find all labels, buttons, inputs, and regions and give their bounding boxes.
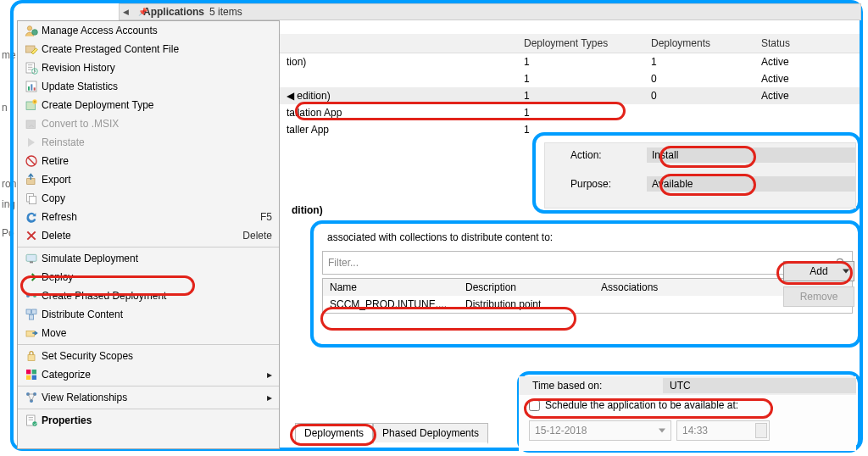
menu-categorize[interactable]: Categorize▸ <box>18 365 279 384</box>
cell-deployments: 1 <box>644 53 754 71</box>
create-icon <box>21 98 42 112</box>
categorize-icon <box>21 368 42 381</box>
breadcrumb-header: 📌 Applications 5 items <box>119 3 861 20</box>
page-count: 5 items <box>209 6 242 18</box>
retire-icon <box>21 154 42 168</box>
distribute-icon <box>21 308 42 321</box>
menu-distribute-content[interactable]: Distribute Content <box>18 305 279 324</box>
col-blank[interactable] <box>280 34 517 53</box>
cell-deptypes: 1 <box>517 121 644 138</box>
menu-reinstate: Reinstate <box>18 133 279 152</box>
svg-rect-11 <box>26 120 36 128</box>
cell-status: Active <box>754 53 860 71</box>
purpose-label: Purpose: <box>545 178 647 190</box>
svg-rect-33 <box>32 375 36 380</box>
table-row[interactable]: tion)11Active <box>280 53 860 71</box>
svg-rect-20 <box>26 254 36 261</box>
date-input[interactable]: 15-12-2018 <box>529 420 671 441</box>
svg-rect-31 <box>32 370 36 374</box>
col-deptypes[interactable]: Deployment Types <box>517 34 644 53</box>
menu-revision-history[interactable]: Revision History <box>18 58 279 77</box>
col-status[interactable]: Status <box>754 34 860 53</box>
svg-rect-32 <box>26 375 31 380</box>
svg-rect-17 <box>29 196 36 203</box>
delete-icon <box>21 229 42 242</box>
relations-icon <box>21 391 42 404</box>
reinstate-icon <box>21 136 42 149</box>
menu-update-statistics[interactable]: Update Statistics <box>18 77 279 96</box>
cell-status <box>754 121 860 138</box>
svg-rect-29 <box>28 355 35 361</box>
copy-icon <box>21 192 42 205</box>
svg-rect-27 <box>29 315 33 320</box>
menu-label: Simulate Deployment <box>42 253 272 264</box>
menu-create-deployment-type[interactable]: Create Deployment Type <box>18 96 279 114</box>
menu-simulate-deployment[interactable]: Simulate Deployment <box>18 249 279 268</box>
convert-icon <box>21 117 42 131</box>
menu-label: Move <box>42 327 272 339</box>
section-title: dition) <box>292 204 323 216</box>
menu-properties[interactable]: Properties <box>18 411 279 430</box>
user-icon <box>21 24 42 37</box>
scope-icon <box>21 349 42 363</box>
filter-placeholder: Filter... <box>328 257 359 269</box>
submenu-arrow-icon: ▸ <box>267 369 272 381</box>
menu-label: Copy <box>42 192 272 204</box>
menu-manage-access-accounts[interactable]: Manage Access Accounts <box>18 21 279 40</box>
menu-set-security-scopes[interactable]: Set Security Scopes <box>18 347 279 365</box>
remove-button: Remove <box>783 286 854 307</box>
export-icon <box>21 173 42 186</box>
timebased-value[interactable]: UTC <box>663 378 856 393</box>
cell-deployments <box>644 121 754 138</box>
props-icon <box>21 414 42 427</box>
cell-name: tion) <box>280 53 517 71</box>
spinner-icon[interactable] <box>755 423 767 438</box>
svg-point-0 <box>27 26 31 31</box>
svg-rect-21 <box>30 261 33 263</box>
table-row[interactable]: taller App1 <box>280 121 860 138</box>
svg-rect-8 <box>34 87 36 90</box>
cell-status: Active <box>754 87 860 104</box>
context-menu: Manage Access AccountsCreate Prestaged C… <box>17 20 280 449</box>
box-edit-icon <box>21 42 42 56</box>
svg-point-40 <box>32 421 36 425</box>
tab-phased-deployments[interactable]: Phased Deployments <box>373 423 488 444</box>
menu-label: View Relationships <box>42 392 264 403</box>
menu-view-relationships[interactable]: View Relationships▸ <box>18 388 279 407</box>
applications-grid[interactable]: Deployment Types Deployments Status tion… <box>280 34 860 138</box>
menu-move[interactable]: Move <box>18 324 279 342</box>
menu-refresh[interactable]: RefreshF5 <box>18 208 279 226</box>
table-row[interactable]: 10Active <box>280 70 860 87</box>
page-title: Applications <box>143 6 204 18</box>
dpcol-name[interactable]: Name <box>323 279 459 296</box>
menu-delete[interactable]: DeleteDelete <box>18 226 279 245</box>
menu-retire[interactable]: Retire <box>18 152 279 170</box>
dpcol-desc[interactable]: Description <box>459 279 594 296</box>
filter-input[interactable]: Filter... <box>322 251 853 275</box>
menu-label: Manage Access Accounts <box>42 25 272 36</box>
cell-name <box>280 70 517 87</box>
refresh-icon <box>21 210 42 224</box>
menu-copy[interactable]: Copy <box>18 189 279 208</box>
svg-rect-26 <box>32 309 36 314</box>
cell-deployments: 0 <box>644 87 754 104</box>
svg-rect-7 <box>31 84 32 90</box>
distribution-caption: associated with collections to distribut… <box>319 229 856 246</box>
cell-deployments <box>644 104 754 121</box>
menu-label: Distribute Content <box>42 309 272 320</box>
pin-icon: 📌 <box>138 8 147 16</box>
menu-create-prestaged-content-file[interactable]: Create Prestaged Content File <box>18 40 279 58</box>
col-deployments[interactable]: Deployments <box>644 34 754 53</box>
chart-icon <box>21 80 42 93</box>
menu-export[interactable]: Export <box>18 170 279 189</box>
menu-label: Retire <box>42 155 272 167</box>
menu-label: Update Statistics <box>42 81 272 92</box>
sim-icon <box>21 252 42 265</box>
time-input[interactable]: 14:33 <box>676 420 770 441</box>
menu-label: Create Deployment Type <box>42 99 272 111</box>
svg-rect-25 <box>26 309 31 314</box>
cell-status <box>754 104 860 121</box>
menu-label: Properties <box>42 414 272 426</box>
cell-deployments: 0 <box>644 70 754 87</box>
cell-deptypes: 1 <box>517 70 644 87</box>
